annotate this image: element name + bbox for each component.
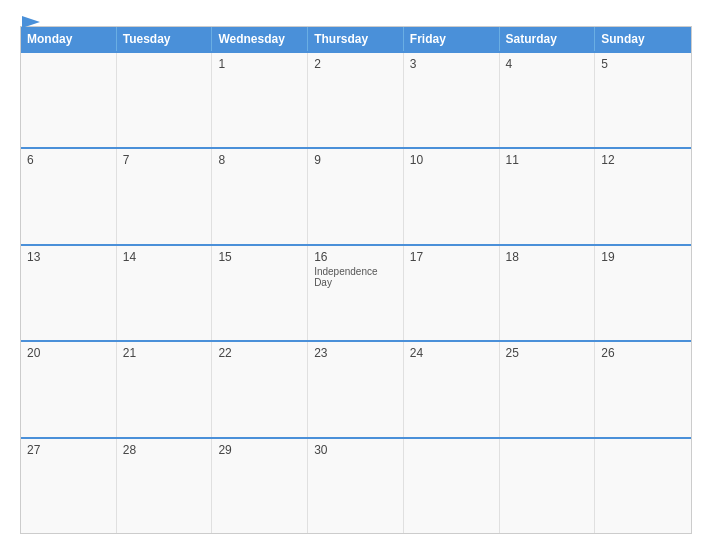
cal-cell-w0-d3: 2 (308, 53, 404, 147)
day-number: 22 (218, 346, 301, 360)
day-number: 9 (314, 153, 397, 167)
cal-cell-w0-d1 (117, 53, 213, 147)
cal-cell-w3-d4: 24 (404, 342, 500, 436)
cal-cell-w1-d1: 7 (117, 149, 213, 243)
day-number: 21 (123, 346, 206, 360)
header-cell-tuesday: Tuesday (117, 27, 213, 51)
cal-cell-w2-d2: 15 (212, 246, 308, 340)
header-cell-friday: Friday (404, 27, 500, 51)
day-number: 15 (218, 250, 301, 264)
cal-cell-w0-d2: 1 (212, 53, 308, 147)
cal-cell-w4-d4 (404, 439, 500, 533)
day-number: 16 (314, 250, 397, 264)
week-row-1: 12345 (21, 51, 691, 147)
cal-cell-w1-d0: 6 (21, 149, 117, 243)
day-number: 20 (27, 346, 110, 360)
day-number: 12 (601, 153, 685, 167)
cal-cell-w4-d3: 30 (308, 439, 404, 533)
calendar-page: MondayTuesdayWednesdayThursdayFridaySatu… (0, 0, 712, 550)
header-cell-saturday: Saturday (500, 27, 596, 51)
cal-cell-w3-d6: 26 (595, 342, 691, 436)
logo-flag-icon (22, 16, 40, 28)
cal-cell-w3-d1: 21 (117, 342, 213, 436)
day-number: 5 (601, 57, 685, 71)
cal-cell-w0-d6: 5 (595, 53, 691, 147)
day-number: 2 (314, 57, 397, 71)
cal-cell-w2-d5: 18 (500, 246, 596, 340)
calendar-header-row: MondayTuesdayWednesdayThursdayFridaySatu… (21, 27, 691, 51)
cal-cell-w1-d6: 12 (595, 149, 691, 243)
cal-cell-w2-d3: 16Independence Day (308, 246, 404, 340)
cal-cell-w4-d0: 27 (21, 439, 117, 533)
day-number: 14 (123, 250, 206, 264)
cal-cell-w2-d1: 14 (117, 246, 213, 340)
header-cell-thursday: Thursday (308, 27, 404, 51)
cal-cell-w2-d4: 17 (404, 246, 500, 340)
day-number: 10 (410, 153, 493, 167)
cal-cell-w2-d6: 19 (595, 246, 691, 340)
day-number: 29 (218, 443, 301, 457)
header-cell-sunday: Sunday (595, 27, 691, 51)
day-number: 27 (27, 443, 110, 457)
cal-cell-w3-d3: 23 (308, 342, 404, 436)
week-row-2: 6789101112 (21, 147, 691, 243)
cal-cell-w4-d1: 28 (117, 439, 213, 533)
cal-cell-w2-d0: 13 (21, 246, 117, 340)
header-cell-monday: Monday (21, 27, 117, 51)
cal-cell-w1-d3: 9 (308, 149, 404, 243)
cal-cell-w0-d0 (21, 53, 117, 147)
cal-cell-w3-d5: 25 (500, 342, 596, 436)
day-number: 7 (123, 153, 206, 167)
day-number: 8 (218, 153, 301, 167)
week-row-4: 20212223242526 (21, 340, 691, 436)
week-row-3: 13141516Independence Day171819 (21, 244, 691, 340)
cal-cell-w4-d6 (595, 439, 691, 533)
cal-cell-w1-d5: 11 (500, 149, 596, 243)
day-number: 25 (506, 346, 589, 360)
day-number: 17 (410, 250, 493, 264)
day-number: 3 (410, 57, 493, 71)
week-row-5: 27282930 (21, 437, 691, 533)
day-number: 19 (601, 250, 685, 264)
day-number: 26 (601, 346, 685, 360)
day-number: 23 (314, 346, 397, 360)
day-number: 11 (506, 153, 589, 167)
day-number: 4 (506, 57, 589, 71)
cal-cell-w4-d2: 29 (212, 439, 308, 533)
cal-cell-w0-d5: 4 (500, 53, 596, 147)
day-number: 13 (27, 250, 110, 264)
logo (20, 16, 40, 28)
cal-cell-w3-d0: 20 (21, 342, 117, 436)
day-number: 30 (314, 443, 397, 457)
cal-cell-w0-d4: 3 (404, 53, 500, 147)
svg-marker-0 (22, 16, 40, 28)
header-cell-wednesday: Wednesday (212, 27, 308, 51)
cal-cell-w3-d2: 22 (212, 342, 308, 436)
day-number: 1 (218, 57, 301, 71)
day-number: 28 (123, 443, 206, 457)
cal-cell-w1-d4: 10 (404, 149, 500, 243)
calendar-body: 12345678910111213141516Independence Day1… (21, 51, 691, 533)
calendar-grid: MondayTuesdayWednesdayThursdayFridaySatu… (20, 26, 692, 534)
event-label: Independence Day (314, 266, 397, 288)
day-number: 24 (410, 346, 493, 360)
cal-cell-w1-d2: 8 (212, 149, 308, 243)
day-number: 18 (506, 250, 589, 264)
day-number: 6 (27, 153, 110, 167)
cal-cell-w4-d5 (500, 439, 596, 533)
